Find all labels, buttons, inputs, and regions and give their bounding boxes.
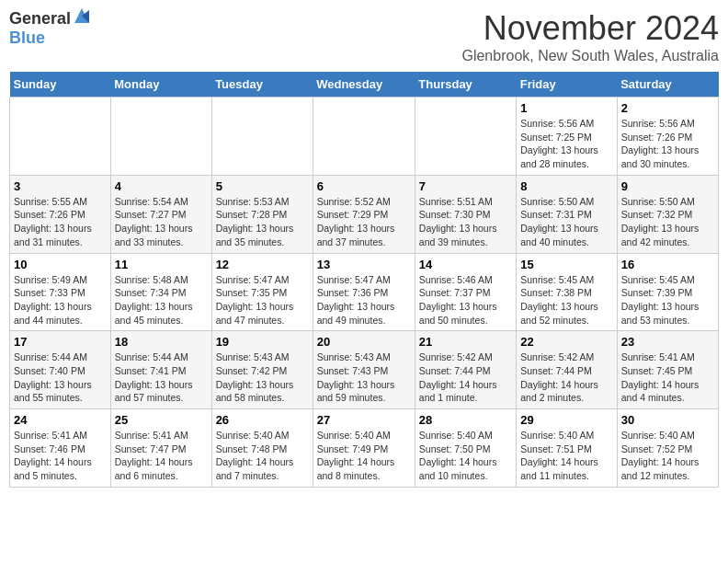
- calendar-week-row: 1Sunrise: 5:56 AM Sunset: 7:25 PM Daylig…: [10, 98, 719, 176]
- calendar-week-row: 3Sunrise: 5:55 AM Sunset: 7:26 PM Daylig…: [10, 175, 719, 253]
- day-info: Sunrise: 5:41 AM Sunset: 7:45 PM Dayligh…: [621, 350, 714, 405]
- calendar-cell: 24Sunrise: 5:41 AM Sunset: 7:46 PM Dayli…: [10, 409, 111, 488]
- day-number: 2: [621, 101, 714, 115]
- day-number: 11: [115, 258, 208, 271]
- day-info: Sunrise: 5:42 AM Sunset: 7:44 PM Dayligh…: [520, 350, 612, 405]
- day-info: Sunrise: 5:50 AM Sunset: 7:31 PM Dayligh…: [520, 195, 612, 249]
- day-info: Sunrise: 5:47 AM Sunset: 7:36 PM Dayligh…: [317, 273, 411, 327]
- day-info: Sunrise: 5:45 AM Sunset: 7:38 PM Dayligh…: [520, 273, 612, 327]
- calendar-cell: 2Sunrise: 5:56 AM Sunset: 7:26 PM Daylig…: [617, 98, 718, 176]
- day-number: 20: [317, 335, 411, 349]
- calendar-table: SundayMondayTuesdayWednesdayThursdayFrid…: [9, 72, 719, 488]
- calendar-cell: 27Sunrise: 5:40 AM Sunset: 7:49 PM Dayli…: [313, 409, 415, 488]
- calendar-cell: 11Sunrise: 5:48 AM Sunset: 7:34 PM Dayli…: [110, 253, 211, 331]
- day-number: 15: [520, 258, 612, 271]
- calendar-cell: 22Sunrise: 5:42 AM Sunset: 7:44 PM Dayli…: [517, 331, 617, 409]
- day-number: 3: [14, 179, 107, 193]
- day-header-saturday: Saturday: [617, 72, 718, 98]
- day-info: Sunrise: 5:46 AM Sunset: 7:37 PM Dayligh…: [419, 273, 512, 327]
- calendar-cell: 1Sunrise: 5:56 AM Sunset: 7:25 PM Daylig…: [517, 98, 617, 176]
- day-info: Sunrise: 5:40 AM Sunset: 7:49 PM Dayligh…: [317, 429, 411, 483]
- day-info: Sunrise: 5:40 AM Sunset: 7:50 PM Dayligh…: [419, 429, 512, 483]
- day-info: Sunrise: 5:47 AM Sunset: 7:35 PM Dayligh…: [216, 273, 309, 327]
- title-section: November 2024 Glenbrook, New South Wales…: [461, 9, 719, 64]
- day-info: Sunrise: 5:48 AM Sunset: 7:34 PM Dayligh…: [115, 273, 208, 327]
- calendar-cell: [110, 98, 211, 176]
- day-number: 21: [419, 335, 512, 349]
- calendar-cell: 5Sunrise: 5:53 AM Sunset: 7:28 PM Daylig…: [211, 175, 313, 253]
- day-number: 24: [14, 413, 107, 427]
- calendar-cell: 6Sunrise: 5:52 AM Sunset: 7:29 PM Daylig…: [313, 175, 415, 253]
- day-number: 23: [621, 335, 714, 349]
- day-number: 28: [419, 413, 512, 427]
- day-info: Sunrise: 5:49 AM Sunset: 7:33 PM Dayligh…: [14, 273, 107, 327]
- calendar-cell: 7Sunrise: 5:51 AM Sunset: 7:30 PM Daylig…: [415, 175, 516, 253]
- day-info: Sunrise: 5:42 AM Sunset: 7:44 PM Dayligh…: [419, 350, 512, 405]
- calendar-week-row: 17Sunrise: 5:44 AM Sunset: 7:40 PM Dayli…: [10, 331, 719, 409]
- day-number: 10: [14, 258, 107, 271]
- day-info: Sunrise: 5:40 AM Sunset: 7:48 PM Dayligh…: [216, 429, 309, 483]
- day-info: Sunrise: 5:56 AM Sunset: 7:25 PM Dayligh…: [520, 117, 612, 171]
- day-info: Sunrise: 5:50 AM Sunset: 7:32 PM Dayligh…: [621, 195, 714, 249]
- day-number: 5: [216, 179, 309, 193]
- day-number: 12: [216, 258, 309, 271]
- day-number: 13: [317, 258, 411, 271]
- day-number: 4: [115, 179, 208, 193]
- day-info: Sunrise: 5:56 AM Sunset: 7:26 PM Dayligh…: [621, 117, 714, 171]
- day-number: 29: [520, 413, 612, 427]
- calendar-cell: 18Sunrise: 5:44 AM Sunset: 7:41 PM Dayli…: [110, 331, 211, 409]
- calendar-cell: [313, 98, 415, 176]
- location-subtitle: Glenbrook, New South Wales, Australia: [461, 48, 719, 64]
- day-header-tuesday: Tuesday: [211, 72, 313, 98]
- day-info: Sunrise: 5:43 AM Sunset: 7:43 PM Dayligh…: [317, 350, 411, 405]
- day-info: Sunrise: 5:40 AM Sunset: 7:52 PM Dayligh…: [621, 429, 714, 483]
- calendar-cell: 26Sunrise: 5:40 AM Sunset: 7:48 PM Dayli…: [211, 409, 313, 488]
- day-header-monday: Monday: [110, 72, 211, 98]
- calendar-cell: 20Sunrise: 5:43 AM Sunset: 7:43 PM Dayli…: [313, 331, 415, 409]
- day-number: 8: [520, 179, 612, 193]
- day-header-wednesday: Wednesday: [313, 72, 415, 98]
- day-number: 6: [317, 179, 411, 193]
- day-info: Sunrise: 5:41 AM Sunset: 7:47 PM Dayligh…: [115, 429, 208, 483]
- day-info: Sunrise: 5:51 AM Sunset: 7:30 PM Dayligh…: [419, 195, 512, 249]
- calendar-cell: 21Sunrise: 5:42 AM Sunset: 7:44 PM Dayli…: [415, 331, 516, 409]
- day-header-thursday: Thursday: [415, 72, 516, 98]
- calendar-cell: 29Sunrise: 5:40 AM Sunset: 7:51 PM Dayli…: [517, 409, 617, 488]
- day-number: 30: [621, 413, 714, 427]
- day-info: Sunrise: 5:53 AM Sunset: 7:28 PM Dayligh…: [216, 195, 309, 249]
- calendar-cell: 23Sunrise: 5:41 AM Sunset: 7:45 PM Dayli…: [617, 331, 718, 409]
- day-number: 17: [14, 335, 107, 349]
- logo-text-blue: Blue: [9, 29, 45, 47]
- day-number: 9: [621, 179, 714, 193]
- day-info: Sunrise: 5:54 AM Sunset: 7:27 PM Dayligh…: [115, 195, 208, 249]
- page-header: General Blue November 2024 Glenbrook, Ne…: [9, 9, 719, 64]
- calendar-cell: 4Sunrise: 5:54 AM Sunset: 7:27 PM Daylig…: [110, 175, 211, 253]
- calendar-cell: 12Sunrise: 5:47 AM Sunset: 7:35 PM Dayli…: [211, 253, 313, 331]
- day-header-friday: Friday: [517, 72, 617, 98]
- calendar-cell: 30Sunrise: 5:40 AM Sunset: 7:52 PM Dayli…: [617, 409, 718, 488]
- calendar-cell: 28Sunrise: 5:40 AM Sunset: 7:50 PM Dayli…: [415, 409, 516, 488]
- day-number: 7: [419, 179, 512, 193]
- day-header-sunday: Sunday: [10, 72, 111, 98]
- day-number: 1: [520, 101, 612, 115]
- day-number: 14: [419, 258, 512, 271]
- calendar-cell: 14Sunrise: 5:46 AM Sunset: 7:37 PM Dayli…: [415, 253, 516, 331]
- calendar-cell: [415, 98, 516, 176]
- calendar-cell: 3Sunrise: 5:55 AM Sunset: 7:26 PM Daylig…: [10, 175, 111, 253]
- day-number: 18: [115, 335, 208, 349]
- day-number: 25: [115, 413, 208, 427]
- calendar-cell: 25Sunrise: 5:41 AM Sunset: 7:47 PM Dayli…: [110, 409, 211, 488]
- day-info: Sunrise: 5:43 AM Sunset: 7:42 PM Dayligh…: [216, 350, 309, 405]
- day-info: Sunrise: 5:41 AM Sunset: 7:46 PM Dayligh…: [14, 429, 107, 483]
- calendar-cell: 8Sunrise: 5:50 AM Sunset: 7:31 PM Daylig…: [517, 175, 617, 253]
- day-number: 27: [317, 413, 411, 427]
- day-number: 22: [520, 335, 612, 349]
- day-info: Sunrise: 5:45 AM Sunset: 7:39 PM Dayligh…: [621, 273, 714, 327]
- month-title: November 2024: [461, 9, 719, 48]
- logo-text-general: General: [9, 9, 71, 29]
- calendar-cell: 15Sunrise: 5:45 AM Sunset: 7:38 PM Dayli…: [517, 253, 617, 331]
- logo-icon: [73, 6, 91, 25]
- calendar-cell: 10Sunrise: 5:49 AM Sunset: 7:33 PM Dayli…: [10, 253, 111, 331]
- day-info: Sunrise: 5:40 AM Sunset: 7:51 PM Dayligh…: [520, 429, 612, 483]
- calendar-week-row: 10Sunrise: 5:49 AM Sunset: 7:33 PM Dayli…: [10, 253, 719, 331]
